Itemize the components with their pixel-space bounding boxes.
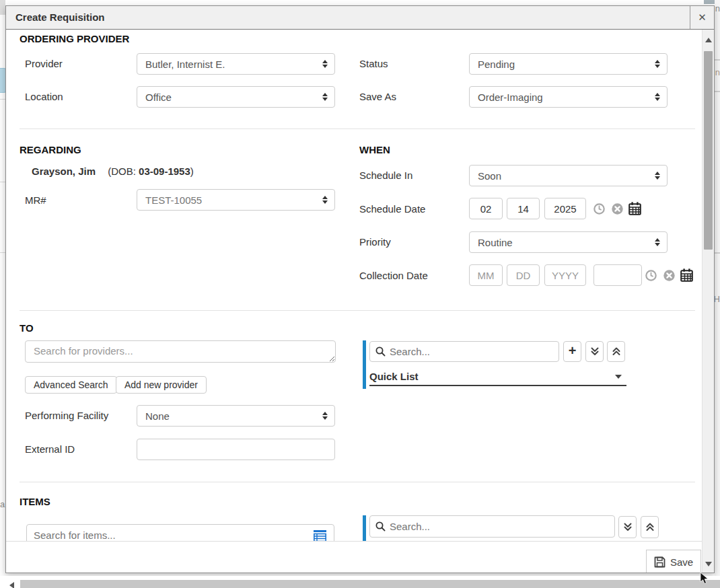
collection-date-clock-icon[interactable] [645, 270, 657, 281]
close-button[interactable]: ✕ [690, 6, 714, 29]
collection-date-label: Collection Date [359, 270, 428, 281]
location-select-value: Office [145, 91, 172, 103]
collection-date-year-input[interactable] [544, 264, 586, 286]
background-toolbar-fragment [0, 0, 5, 15]
item-list-icon[interactable] [313, 529, 327, 542]
collection-date-clear-icon[interactable] [663, 270, 675, 281]
schedule-date-month-input[interactable] [469, 198, 503, 219]
select-arrows-icon [655, 238, 660, 246]
collection-date-time-input[interactable] [593, 264, 642, 286]
status-label: Status [359, 58, 388, 69]
save-icon [654, 556, 665, 568]
patient-name: Grayson, Jim [32, 166, 96, 177]
save-as-select[interactable]: Order-Imaging [469, 86, 668, 108]
items-accent-bar [363, 515, 366, 542]
background-divider [0, 182, 5, 182]
section-title-items: ITEMS [20, 496, 50, 507]
add-provider-to-list-button[interactable]: + [563, 341, 581, 362]
item-quick-search-input[interactable] [390, 521, 609, 532]
external-id-input[interactable] [137, 439, 335, 460]
mr-select-value: TEST-10055 [145, 194, 202, 206]
performing-facility-label: Performing Facility [25, 410, 108, 421]
expand-all-button[interactable] [585, 341, 604, 362]
background-button-fragment [704, 0, 715, 4]
quick-list-underline [369, 385, 626, 386]
status-select[interactable]: Pending [469, 53, 668, 75]
performing-facility-select[interactable]: None [137, 405, 335, 427]
provider-quick-search-input[interactable] [390, 346, 553, 357]
priority-select[interactable]: Routine [469, 231, 668, 253]
location-select[interactable]: Office [137, 86, 335, 108]
chevron-double-up-icon [612, 346, 621, 357]
dob-value: 03-09-1953 [139, 166, 190, 177]
schedule-date-calendar-icon[interactable] [628, 202, 641, 215]
mr-label: MR# [25, 194, 46, 206]
item-search-input[interactable] [34, 529, 313, 541]
item-quick-search[interactable] [369, 515, 615, 538]
scroll-up-icon[interactable] [705, 38, 712, 42]
external-id-label: External ID [25, 443, 75, 455]
background-text-fragment: a [0, 499, 5, 509]
section-title-regarding: REGARDING [20, 144, 81, 155]
chevron-double-down-icon [623, 522, 633, 532]
provider-select[interactable]: Butler, Internist E. [137, 53, 335, 75]
create-requisition-modal: Create Requisition ✕ ORDERING PROVIDER P… [5, 5, 715, 573]
background-divider [715, 252, 720, 254]
chevron-double-up-icon [645, 522, 655, 532]
dob-suffix: ) [190, 166, 194, 177]
search-icon [375, 521, 386, 531]
priority-select-value: Routine [478, 237, 513, 248]
plus-icon: + [569, 343, 577, 359]
provider-label: Provider [25, 58, 63, 69]
save-as-label: Save As [359, 91, 396, 102]
add-new-provider-button[interactable]: Add new provider [116, 376, 207, 394]
hscrollbar-track[interactable] [20, 580, 720, 588]
background-divider [0, 252, 5, 253]
provider-quick-search[interactable] [369, 341, 559, 362]
collection-date-day-input[interactable] [507, 264, 540, 286]
page-horizontal-scrollbar[interactable] [0, 576, 720, 588]
chevron-down-icon[interactable] [615, 375, 622, 379]
scrollbar-thumb[interactable] [704, 51, 713, 250]
schedule-date-day-input[interactable] [507, 198, 540, 219]
screen: a n In H Create Requisition ✕ ORDERING P… [0, 0, 720, 588]
scroll-left-icon[interactable] [9, 582, 14, 588]
provider-search-textarea[interactable] [25, 340, 336, 363]
select-arrows-icon [322, 93, 328, 101]
search-icon [375, 346, 386, 357]
section-divider [20, 310, 695, 311]
section-divider [20, 128, 695, 129]
mr-select[interactable]: TEST-10055 [137, 189, 335, 211]
items-expand-all-button[interactable] [618, 516, 637, 538]
select-arrows-icon [655, 93, 660, 101]
status-select-value: Pending [478, 59, 515, 70]
scroll-down-icon[interactable] [705, 562, 712, 566]
schedule-date-year-input[interactable] [544, 198, 586, 219]
save-button[interactable]: Save [646, 550, 701, 573]
collection-date-month-input[interactable] [469, 264, 503, 286]
schedule-date-label: Schedule Date [359, 203, 425, 215]
dob-prefix: (DOB: [108, 166, 139, 177]
section-title-ordering-provider: ORDERING PROVIDER [20, 33, 129, 44]
collection-date-calendar-icon[interactable] [680, 268, 693, 282]
section-title-to: TO [20, 322, 34, 334]
save-as-select-value: Order-Imaging [478, 91, 543, 103]
modal-title: Create Requisition [15, 11, 105, 23]
schedule-in-select-value: Soon [478, 170, 501, 182]
modal-body: ORDERING PROVIDER Provider Butler, Inter… [6, 30, 714, 573]
modal-footer: Save [6, 541, 702, 573]
collapse-all-button[interactable] [607, 341, 625, 362]
schedule-date-clear-icon[interactable] [612, 203, 623, 215]
items-collapse-all-button[interactable] [641, 516, 659, 538]
schedule-date-clock-icon[interactable] [593, 203, 605, 215]
select-arrows-icon [655, 60, 660, 68]
schedule-in-select[interactable]: Soon [469, 165, 668, 186]
modal-vertical-scrollbar[interactable] [702, 30, 714, 573]
quick-list-header[interactable]: Quick List [369, 371, 419, 382]
background-text-fragment: n [715, 3, 720, 13]
location-label: Location [25, 91, 63, 102]
background-divider [0, 99, 5, 100]
advanced-search-button[interactable]: Advanced Search [25, 376, 117, 394]
background-divider [715, 91, 720, 92]
patient-line: Grayson, Jim (DOB: 03-09-1953) [32, 166, 194, 177]
